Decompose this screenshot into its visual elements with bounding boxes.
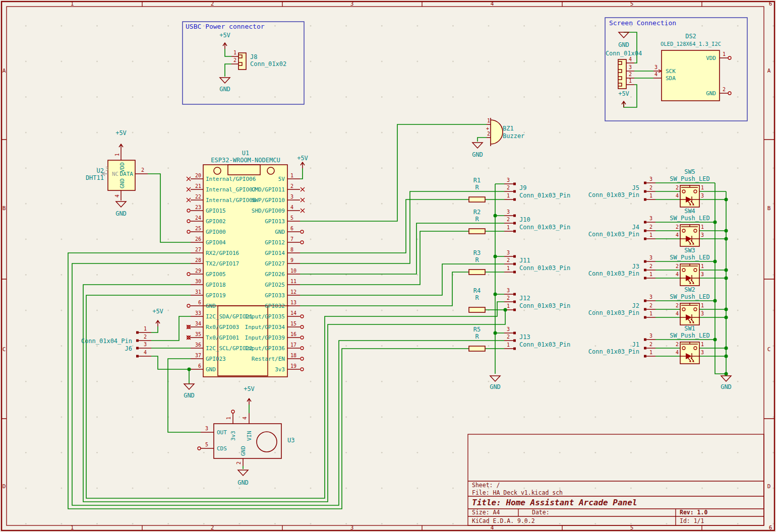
button-group-1[interactable]: 3 2 1 J4 Conn_01x03_Pin 2 1 4 3 SW4 SW_P… <box>588 208 726 246</box>
resistor-body[interactable] <box>469 197 485 202</box>
button-group-3[interactable]: 3 2 1 J2 Conn_01x03_Pin 2 1 4 3 SW2 SW_P… <box>588 286 726 325</box>
pin-name: DATA <box>120 171 134 177</box>
pin-name: GND <box>706 90 716 97</box>
pin-number: 3 <box>701 272 704 277</box>
pin-number: 3 <box>105 166 108 172</box>
dht11-u2[interactable]: 1 2 3 4 VDD GND DATA NC U2 DHT11 <box>86 150 148 201</box>
ldr-u3[interactable]: 3 5 1 4 2 OUT CDS 3v3 VIN GND U3 <box>198 410 294 466</box>
pin-number: 29 <box>195 268 201 274</box>
component-ref: J12 <box>519 295 530 302</box>
pin-number: 1 <box>507 225 510 230</box>
connector-body[interactable] <box>618 59 626 89</box>
buzzer-bz1[interactable]: 1 + 2 BZ1 Buzzer <box>486 118 524 146</box>
component-ref: SW1 <box>684 325 695 332</box>
gnd-label: GND <box>115 210 127 217</box>
component-value: Conn_01x03_Pin <box>519 264 570 272</box>
pin-name: Internal/GPIO08 <box>206 197 256 204</box>
led-header-group-1[interactable]: R2 R 3 2 1 J10 Conn_01x03_Pin <box>469 209 570 234</box>
sheet-path: Sheet: / <box>472 482 500 489</box>
component-value: Conn_01x03_Pin <box>519 192 570 199</box>
component-value: SW_Push_LED <box>670 254 709 261</box>
grid-col-label: 6 <box>769 1 772 7</box>
component-value: Conn_01x03_Pin <box>519 224 570 231</box>
component-ref: R3 <box>473 249 481 256</box>
component-value: ESP32-WROOM-NODEMCU <box>211 157 280 164</box>
pin-name: GPIO12 <box>265 239 285 246</box>
component-ref: J8 <box>250 53 257 60</box>
led-header-group-3[interactable]: R4 R 3 2 1 J12 Conn_01x03_Pin <box>469 287 570 312</box>
led-header-group-0[interactable]: R1 R 3 2 1 J9 Conn_01x03_Pin <box>469 177 570 202</box>
button-group-0[interactable]: 3 2 1 J5 Conn_01x03_Pin 2 1 4 3 SW5 SW_P… <box>588 168 726 207</box>
j6-connector[interactable]: 1 2 3 4 Conn_01x04_Pin J6 <box>81 326 151 358</box>
esp32-u1[interactable]: U1 ESP32-WROOM-NODEMCU 20 Internal/GPIO0… <box>187 150 305 377</box>
pin-number: 3 <box>144 342 147 347</box>
grid-col-label: 1 <box>71 1 74 7</box>
pin-name: 3v3 <box>230 431 236 441</box>
unconnected-icon <box>301 315 304 318</box>
pin-number: 3 <box>701 232 704 238</box>
pin-number: 3 <box>649 255 652 260</box>
grid-col-label: 5 <box>630 1 634 7</box>
pin-number: 1 <box>507 265 510 271</box>
pin-number: 3 <box>701 311 704 316</box>
pin-name: Restart/EN <box>252 356 285 362</box>
component-ref: J11 <box>519 257 530 264</box>
resistor-body[interactable] <box>469 307 485 312</box>
pin-number: 24 <box>195 215 201 221</box>
component-ref: R1 <box>473 177 481 184</box>
resistor-body[interactable] <box>469 346 485 351</box>
pin-name: GND <box>206 366 216 373</box>
component-ref: J13 <box>519 334 530 341</box>
component-ref: SW5 <box>684 168 695 175</box>
led-header-group-2[interactable]: R3 R 3 2 1 J11 Conn_01x03_Pin <box>469 249 570 275</box>
pin-name: TX2/GPIO17 <box>206 260 239 267</box>
pin-number: 3 <box>649 333 652 339</box>
j8-connector[interactable]: 1 2 J8 Conn_01x02 <box>231 50 286 70</box>
sheet-title: Title: Home Assistant Arcade Panel <box>472 498 637 507</box>
generator: KiCad E.D.A. 9.0.2 <box>472 517 535 524</box>
grid-col-label: 6 <box>769 524 772 531</box>
unconnected-icon <box>187 209 190 212</box>
component-ref: R5 <box>473 326 481 333</box>
gnd-label: GND <box>490 383 501 390</box>
pin-name: Internal_GPIO07 <box>206 186 256 193</box>
resistor-body[interactable] <box>469 229 485 234</box>
button-group-4[interactable]: 3 2 1 J1 Conn_01x03_Pin 2 1 4 3 SW1 SW_P… <box>588 325 726 364</box>
pin-name: CMD/GPIO11 <box>252 186 285 193</box>
pin-number: 2 <box>649 185 652 190</box>
pin-name: GPIO27 <box>265 260 285 267</box>
unconnected-icon <box>301 357 304 360</box>
pin-number: 6 <box>198 363 201 369</box>
pin-number: 2 <box>507 257 510 263</box>
grid-col-label: 1 <box>71 524 74 531</box>
pin-number: 25 <box>195 226 201 231</box>
component-value: SW_Push_LED <box>670 215 709 222</box>
note-title: Screen Connection <box>609 19 676 27</box>
pin-number: 3 <box>649 176 652 182</box>
pin-name: GPIO33 <box>265 292 285 299</box>
pin-number: 18 <box>290 353 296 358</box>
led-header-group-4[interactable]: R5 R 3 2 1 J13 Conn_01x03_Pin <box>469 326 570 351</box>
component-value: OLED_128X64_1.3_I2C <box>661 41 721 47</box>
pin-end-pads <box>513 293 516 311</box>
buzzer-body[interactable] <box>491 118 503 146</box>
grid-col-label: 2 <box>211 524 214 531</box>
oled-ds2[interactable]: DS2 OLED_128X64_1.3_I2C 3 4 1 2 SCK SDA … <box>653 33 731 101</box>
pin-name: GPIO14 <box>265 250 285 256</box>
screen-connector[interactable]: 4 3 2 1 <box>618 56 634 89</box>
resistor-body[interactable] <box>469 270 485 275</box>
p5v-label: +5V <box>297 155 308 162</box>
note-title: USBC Power connector <box>186 23 265 30</box>
pin-number: 4 <box>144 350 147 355</box>
pin-number: 35 <box>195 331 201 337</box>
button-group-2[interactable]: 3 2 1 J3 Conn_01x03_Pin 2 1 4 3 SW3 SW_P… <box>588 247 726 286</box>
pin-number: 27 <box>195 247 201 252</box>
component-value: Conn_01x03_Pin <box>588 231 639 238</box>
pin-number: 1 <box>649 311 652 316</box>
pin-number: 30 <box>195 279 201 284</box>
pin-number: 2 <box>507 217 510 222</box>
grid-row-label: D <box>3 483 6 490</box>
pin-number: 1 <box>649 232 652 238</box>
component-value: DHT11 <box>86 174 104 181</box>
pin-number: 1 <box>226 417 231 420</box>
